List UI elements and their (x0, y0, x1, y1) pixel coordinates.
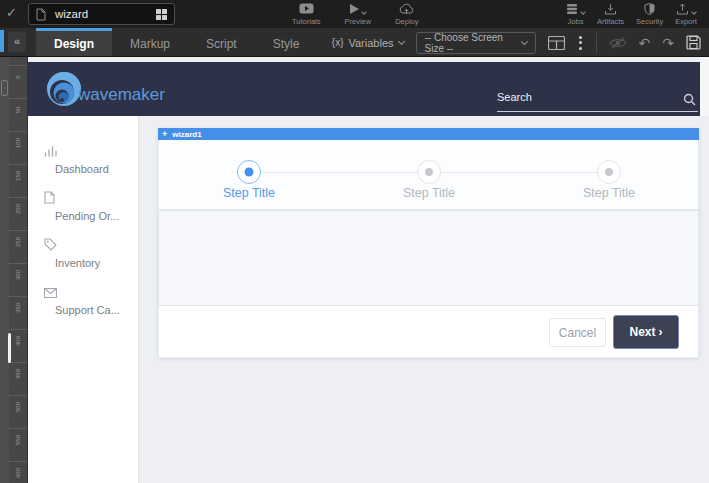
cancel-button[interactable]: Cancel (549, 318, 606, 347)
top-bar: ✓ wizard Tutorials Preview (0, 0, 709, 28)
tab-script[interactable]: Script (188, 28, 255, 57)
brand-name: wavemaker (78, 85, 165, 105)
wavemaker-studio: ✓ wizard Tutorials Preview (0, 0, 709, 483)
envelope-icon (44, 285, 138, 298)
search-field[interactable] (497, 86, 698, 112)
ruler-tick: 250 (9, 230, 28, 263)
ruler-tick: 500 (9, 395, 28, 428)
widget-label-bar[interactable]: + wizard1 (158, 128, 699, 140)
search-input[interactable] (497, 86, 672, 103)
wizard-widget[interactable]: + wizard1 Step Title Step Title Step Tit… (158, 128, 699, 358)
next-label: Next (629, 325, 655, 339)
ruler-tick: 50 (9, 98, 28, 131)
ruler-tick: 0 (9, 65, 28, 98)
preview-icon (350, 2, 366, 15)
hide-widgets-button[interactable] (609, 37, 627, 49)
tabbar-right-tools: {x} Variables -- Choose Screen Size -- ↶… (332, 28, 701, 57)
editor-tabs: Design Markup Script Style (36, 28, 317, 57)
sidebar-item-label: Support Ca... (55, 304, 138, 316)
page-content-area: + wizard1 Step Title Step Title Step Tit… (140, 116, 709, 483)
action-label: Tutorials (292, 17, 320, 26)
variables-label: Variables (348, 37, 393, 49)
tutorials-icon (299, 2, 314, 15)
left-dock-strip (0, 57, 9, 483)
accent-sliver (0, 30, 4, 52)
ruler-tick: 200 (9, 197, 28, 230)
wizard-actions-footer: Cancel Next› (158, 306, 699, 358)
document-icon (44, 191, 138, 204)
widget-name: wizard1 (172, 130, 201, 139)
tab-style[interactable]: Style (255, 28, 318, 57)
sidebar-item-dashboard[interactable]: Dashboard (28, 144, 138, 191)
step-3-indicator[interactable] (597, 160, 621, 184)
move-handle-icon[interactable]: + (162, 130, 167, 139)
bar-chart-icon (44, 144, 138, 157)
canvas-body: Dashboard Pending Or... Inventory (28, 116, 709, 483)
action-label: Export (675, 17, 697, 26)
page-selector[interactable]: wizard (28, 3, 175, 25)
step-2-indicator[interactable] (417, 160, 441, 184)
jobs-icon (566, 2, 585, 15)
screen-size-value: -- Choose Screen Size -- (425, 32, 522, 54)
step-1-indicator[interactable] (237, 160, 261, 184)
ruler-tick: 150 (9, 164, 28, 197)
redo-button[interactable]: ↷ (662, 36, 674, 50)
sidebar-item-pending-orders[interactable]: Pending Or... (28, 191, 138, 238)
variables-dropdown[interactable]: {x} Variables (332, 37, 404, 49)
security-button[interactable]: Security (636, 2, 663, 26)
screen-size-select[interactable]: -- Choose Screen Size -- (416, 32, 536, 54)
tab-design[interactable]: Design (36, 28, 112, 57)
chevron-down-icon (397, 37, 404, 44)
topbar-center-actions: Tutorials Preview Deploy (292, 2, 419, 26)
design-canvas: wavemaker Dashboard (28, 57, 709, 483)
layout-panel-button[interactable] (548, 36, 565, 50)
export-icon (676, 2, 696, 15)
undo-button[interactable]: ↶ (639, 36, 651, 50)
brand[interactable]: wavemaker (38, 69, 165, 109)
ruler-tick: 450 (9, 362, 28, 395)
tutorials-button[interactable]: Tutorials (292, 2, 320, 26)
pages-grid-icon[interactable] (156, 9, 167, 20)
tab-markup[interactable]: Markup (112, 28, 188, 57)
next-button[interactable]: Next› (613, 315, 679, 349)
sidebar-item-support-cases[interactable]: Support Ca... (28, 285, 138, 332)
check-icon: ✓ (6, 5, 17, 20)
ruler-tick: 300 (9, 263, 28, 296)
step-3-title[interactable]: Step Title (549, 186, 669, 200)
more-options-button[interactable] (577, 34, 584, 52)
ruler-tick: 550 (9, 428, 28, 461)
deploy-icon (399, 2, 414, 15)
chevron-down-icon (691, 9, 697, 15)
deploy-button[interactable]: Deploy (395, 2, 418, 26)
action-label: Security (636, 17, 663, 26)
action-label: Deploy (395, 17, 418, 26)
wizard-steps-header: Step Title Step Title Step Title (158, 140, 699, 210)
jobs-button[interactable]: Jobs (566, 2, 585, 26)
save-button[interactable] (686, 35, 701, 50)
sidebar-item-label: Dashboard (55, 163, 138, 175)
collapse-panel-button[interactable]: « (8, 32, 26, 52)
dock-tool-button[interactable] (1, 80, 8, 96)
studio-tab-bar: « Design Markup Script Style {x} Variabl… (0, 28, 709, 57)
chevron-down-icon (361, 9, 367, 15)
action-label: Artifacts (597, 17, 624, 26)
artifacts-button[interactable]: Artifacts (597, 2, 624, 26)
page-name: wizard (55, 8, 156, 20)
export-button[interactable]: Export (675, 2, 697, 26)
page-nav-sidebar: Dashboard Pending Or... Inventory (28, 116, 139, 483)
page-icon (36, 8, 46, 21)
step-2-title[interactable]: Step Title (369, 186, 489, 200)
vertical-scrollbar-thumb[interactable] (8, 333, 11, 363)
artifacts-icon (604, 2, 617, 15)
save-icon (686, 35, 701, 50)
search-icon[interactable] (683, 92, 696, 110)
preview-button[interactable]: Preview (344, 2, 371, 26)
wizard-step-content[interactable] (158, 210, 699, 306)
sidebar-item-label: Pending Or... (55, 210, 138, 222)
chevron-down-icon (580, 9, 586, 15)
security-icon (644, 2, 655, 15)
step-1-title[interactable]: Step Title (189, 186, 309, 200)
action-label: Jobs (568, 17, 584, 26)
sidebar-item-inventory[interactable]: Inventory (28, 238, 138, 285)
ruler-tick: 600 (9, 461, 28, 483)
